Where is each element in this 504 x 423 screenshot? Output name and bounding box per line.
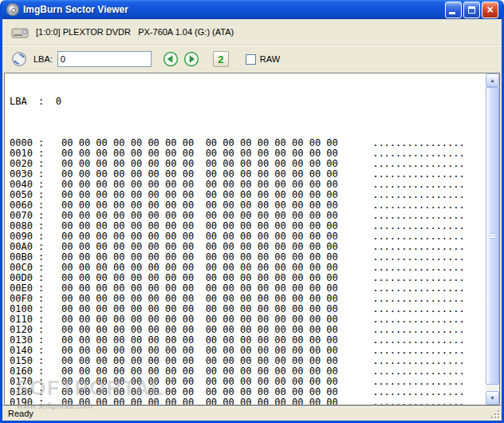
lba-input[interactable] xyxy=(57,51,152,67)
raw-label: RAW xyxy=(260,54,280,64)
hex-content: LBA : 0 0000 : 00 00 00 00 00 00 00 00 0… xyxy=(5,73,486,405)
hex-row: 0190 : 00 00 00 00 00 00 00 00 00 00 00 … xyxy=(10,397,486,405)
previous-sector-button[interactable] xyxy=(163,51,179,67)
green-arrow-right-icon xyxy=(183,51,199,67)
next-sector-button[interactable] xyxy=(183,51,199,67)
hex-viewer[interactable]: LBA : 0 0000 : 00 00 00 00 00 00 00 00 0… xyxy=(4,73,500,405)
window-title: ImgBurn Sector Viewer xyxy=(23,4,443,15)
scroll-down-button[interactable]: ▼ xyxy=(486,391,499,405)
scrollbar-thumb[interactable] xyxy=(486,87,499,385)
maximize-icon xyxy=(468,6,475,14)
app-icon xyxy=(6,3,19,16)
hex-rows: 0000 : 00 00 00 00 00 00 00 00 00 00 00 … xyxy=(10,138,486,405)
scroll-up-button[interactable]: ▲ xyxy=(486,73,499,87)
status-bar: Ready xyxy=(2,405,502,421)
lba-refresh-icon xyxy=(11,51,27,67)
titlebar[interactable]: ImgBurn Sector Viewer × xyxy=(2,0,502,19)
green-arrow-left-icon xyxy=(163,51,179,67)
maximize-button[interactable] xyxy=(463,2,480,18)
imgburn-sector-viewer-window: ImgBurn Sector Viewer × [1:0:0] PLEXTOR … xyxy=(0,0,504,423)
close-button[interactable]: × xyxy=(482,2,498,18)
device-description: [1:0:0] PLEXTOR DVDR PX-760A 1.04 (G:) (… xyxy=(36,27,234,37)
lba-label: LBA: xyxy=(33,54,53,64)
device-bar: [1:0:0] PLEXTOR DVDR PX-760A 1.04 (G:) (… xyxy=(2,19,502,45)
hex-header-line: LBA : 0 xyxy=(10,97,486,107)
resize-grip[interactable] xyxy=(491,410,501,420)
close-icon: × xyxy=(486,3,493,16)
drive-icon xyxy=(11,26,29,39)
vertical-scrollbar[interactable]: ▲ ▼ xyxy=(486,73,499,405)
minimize-button[interactable] xyxy=(445,2,462,18)
toolbar: LBA: 2 RAW xyxy=(2,45,502,73)
status-text: Ready xyxy=(8,409,33,418)
raw-checkbox[interactable] xyxy=(246,54,256,65)
client-area: [1:0:0] PLEXTOR DVDR PX-760A 1.04 (G:) (… xyxy=(2,19,502,421)
minimize-icon xyxy=(449,12,455,14)
raw-option: RAW xyxy=(246,54,280,65)
sector-number-button[interactable]: 2 xyxy=(213,51,229,67)
